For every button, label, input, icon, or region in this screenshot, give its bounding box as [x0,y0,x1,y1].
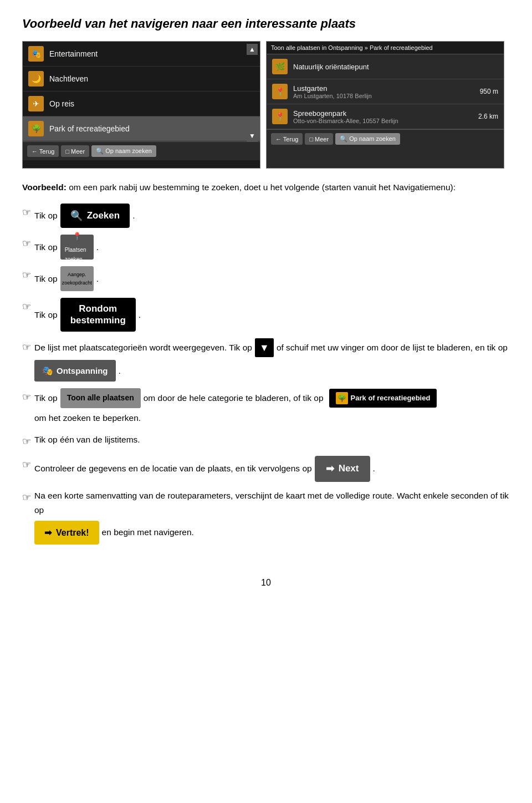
back-btn-right: ← Terug [271,133,303,145]
right-item-lustgarten: 📍 Lustgarten Am Lustgarten, 10178 Berlij… [267,79,504,104]
step-3: ☞ Tik op Aangep. zoekopdracht . [22,266,510,291]
plaatsen-button[interactable]: 📍 Plaatsen zoeken [60,235,94,260]
step-9: ☞ Na een korte samenvatting van de route… [22,489,510,545]
step-9-content: Na een korte samenvatting van de routepa… [34,489,510,545]
hand-icon-8: ☞ [22,457,31,473]
park-icon: 🌳 [28,121,44,136]
step-2: ☞ Tik op 📍 Plaatsen zoeken . [22,235,510,260]
hand-icon-3: ☞ [22,267,31,283]
step-5: ☞ De lijst met plaatscategorieën wordt w… [22,338,510,382]
step-1-content: Tik op 🔍 Zoeken . [34,204,135,228]
right-item-natuur: 🌿 Natuurlijk oriëntatiepunt [267,54,504,79]
hand-icon-2: ☞ [22,236,31,252]
step-6-content: Tik op Toon alle plaatsen om door de hel… [34,388,510,425]
rondom-button[interactable]: Rondom bestemming [60,298,136,332]
step-4: ☞ Tik op Rondom bestemming . [22,298,510,332]
step-1: ☞ Tik op 🔍 Zoeken . [22,204,510,228]
down-arrow-button[interactable]: ▼ [255,338,274,357]
next-arrow-icon: ➡ [326,460,334,477]
park-btn-icon: 🌳 [336,392,348,404]
aangep-button[interactable]: Aangep. zoekopdracht [60,266,94,291]
screenshot-right: Toon alle plaatsen in Ontspanning » Park… [266,41,504,169]
natuur-icon: 🌿 [272,59,288,74]
toon-alle-button[interactable]: Toon alle plaatsen [60,388,141,408]
screenshots-row: 🎭 Entertainment 🌙 Nachtleven ✈ Op reis 🌳… [22,41,510,169]
step-2-content: Tik op 📍 Plaatsen zoeken . [34,235,99,260]
step-4-content: Tik op Rondom bestemming . [34,298,141,332]
intro-paragraph: Voorbeeld: om een park nabij uw bestemmi… [22,181,510,195]
hand-icon-9: ☞ [22,490,31,506]
page-title: Voorbeeld van het navigeren naar een int… [22,17,510,31]
step-3-content: Tik op Aangep. zoekopdracht . [34,266,99,291]
nachtleven-icon: 🌙 [28,71,44,87]
plaatsen-icon: 📍 [73,230,81,242]
hand-icon-1: ☞ [22,205,31,221]
back-btn-left: ← Terug [27,145,59,157]
left-bottom-bar: ← Terug □ Meer 🔍 Op naam zoeken [23,141,260,160]
right-bottom-bar: ← Terug □ Meer 🔍 Op naam zoeken [267,129,504,148]
scroll-down-arrow: ▼ [247,130,258,141]
hand-icon-5: ☞ [22,339,31,355]
menu-item-entertainment: 🎭 Entertainment [23,42,260,67]
search-icon: 🔍 [70,207,83,225]
hand-icon-7: ☞ [22,434,31,450]
menu-item-opreis: ✈ Op reis [23,92,260,116]
ontspanning-button[interactable]: 🎭 Ontspanning [34,360,116,382]
intro-bold: Voorbeeld: [22,182,66,192]
spreebogen-icon: 📍 [272,109,288,124]
intro-text: om een park nabij uw bestemming te zoeke… [69,182,456,192]
scroll-up-arrow: ▲ [247,44,258,55]
screenshot-left: 🎭 Entertainment 🌙 Nachtleven ✈ Op reis 🌳… [22,41,260,169]
meer-btn-right: □ Meer [305,133,333,145]
step-6: ☞ Tik op Toon alle plaatsen om door de h… [22,388,510,425]
lustgarten-icon: 📍 [272,84,288,99]
opreis-icon: ✈ [28,96,44,111]
step-5-content: De lijst met plaatscategorieën wordt wee… [34,338,510,382]
zoeken-button[interactable]: 🔍 Zoeken [60,204,130,228]
step-7: ☞ Tik op één van de lijstitems. [22,433,510,450]
next-button[interactable]: ➡ Next [315,456,370,482]
right-item-spreebogen: 📍 Spreebogenpark Otto-von-Bismarck-Allee… [267,104,504,129]
right-title-bar: Toon alle plaatsen in Ontspanning » Park… [267,42,504,54]
park-button[interactable]: 🌳 Park of recreatiegebied [329,389,437,408]
hand-icon-4: ☞ [22,299,31,315]
vertrek-button[interactable]: ➡ Vertrek! [34,521,99,545]
vertrek-arrow-icon: ➡ [44,525,52,540]
page-number: 10 [22,578,510,588]
main-content: Voorbeeld: om een park nabij uw bestemmi… [22,181,510,545]
search-btn-right: 🔍 Op naam zoeken [335,133,400,145]
step-8: ☞ Controleer de gegevens en de locatie v… [22,456,510,482]
entertainment-icon: 🎭 [28,46,44,62]
step-7-content: Tik op één van de lijstitems. [34,433,140,447]
meer-btn-left: □ Meer [61,145,89,157]
search-btn-left: 🔍 Op naam zoeken [91,145,156,157]
menu-item-nachtleven: 🌙 Nachtleven [23,67,260,92]
step-8-content: Controleer de gegevens en de locatie van… [34,456,375,482]
hand-icon-6: ☞ [22,389,31,405]
ontspanning-icon: 🎭 [42,363,53,378]
menu-item-park: 🌳 Park of recreatiegebied [23,116,260,141]
